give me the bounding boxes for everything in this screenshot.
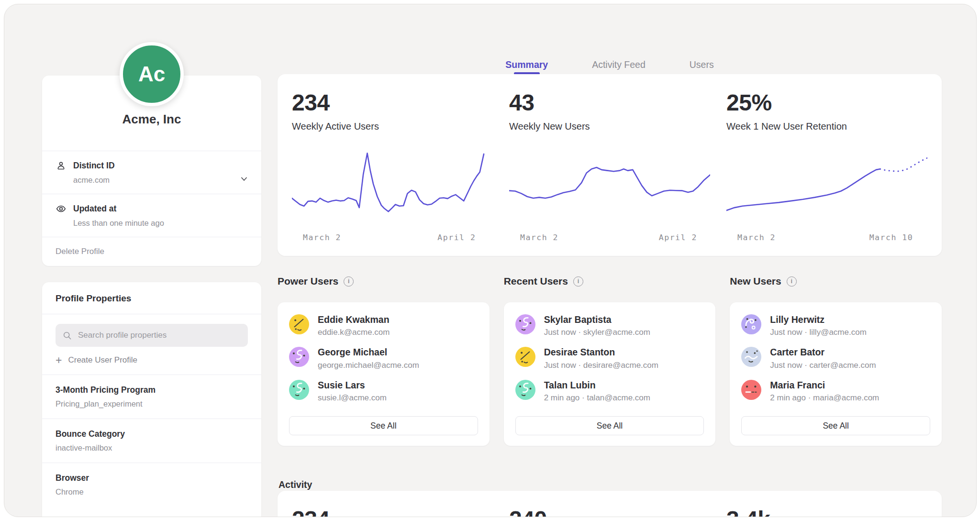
see-all-button[interactable]: See All xyxy=(515,416,704,435)
user-meta: Just now · carter@acme.com xyxy=(770,361,876,370)
stat-value: 234 xyxy=(292,91,493,114)
info-icon[interactable]: i xyxy=(787,276,797,287)
user-meta: Just now · desirare@acme.com xyxy=(544,361,658,370)
property-name: Bounce Category xyxy=(56,429,248,439)
activity-stat-value: 3.4k xyxy=(726,508,927,517)
stat-label: Week 1 New User Retention xyxy=(726,121,927,132)
create-user-profile-button[interactable]: + Create User Profile xyxy=(56,355,137,365)
sparkline-chart xyxy=(726,149,927,228)
activity-stat-value: 240 xyxy=(509,508,710,517)
activity-stat-column-0: 234 xyxy=(292,508,493,517)
see-all-button[interactable]: See All xyxy=(289,416,478,435)
eye-icon xyxy=(56,203,67,214)
user-avatar xyxy=(741,380,761,400)
x-axis-tick: March 10 xyxy=(869,233,913,242)
user-meta: Just now · lilly@acme.com xyxy=(770,328,866,337)
user-list-item[interactable]: Susie Larssusie.l@acme.com xyxy=(289,380,478,403)
user-name: Eddie Kwakman xyxy=(318,314,390,325)
x-axis: March 2April 2 xyxy=(292,233,493,244)
user-list-item[interactable]: Lilly HerwitzJust now · lilly@acme.com xyxy=(741,314,930,337)
stat-column-1: 43Weekly New UsersMarch 2April 2 xyxy=(509,91,710,256)
user-avatar xyxy=(289,314,309,334)
info-icon[interactable]: i xyxy=(573,276,583,287)
section-header-recent-users: Recent Usersi xyxy=(504,276,716,287)
section-title: Recent Users xyxy=(504,276,568,287)
tab-users[interactable]: Users xyxy=(688,48,716,76)
search-profile-properties[interactable] xyxy=(56,324,248,347)
x-axis: March 2April 2 xyxy=(509,233,710,244)
property-value: Pricing_plan_experiment xyxy=(56,399,248,409)
user-list-item[interactable]: Eddie Kwakmaneddie.k@acme.com xyxy=(289,314,478,337)
user-meta: 2 min ago · talan@acme.com xyxy=(544,393,650,403)
user-list-item[interactable]: Skylar BaptistaJust now · skyler@acme.co… xyxy=(515,314,704,337)
stat-value: 43 xyxy=(509,91,710,114)
property-row-0[interactable]: 3-Month Pricing ProgramPricing_plan_expe… xyxy=(42,375,261,419)
sparkline-chart xyxy=(509,149,710,228)
user-name: Carter Bator xyxy=(770,347,876,357)
profile-properties-card: Profile Properties + Create User Profile… xyxy=(42,282,261,517)
stat-label: Weekly Active Users xyxy=(292,121,493,132)
avatar: Ac xyxy=(120,42,184,106)
user-list-item[interactable]: Maria Franci2 min ago · maria@acme.com xyxy=(741,380,930,403)
avatar-initials: Ac xyxy=(138,62,165,86)
plus-icon: + xyxy=(56,356,62,364)
chevron-down-icon[interactable] xyxy=(238,173,250,185)
section-header-power-users: Power Usersi xyxy=(278,276,490,287)
user-avatar xyxy=(515,314,535,334)
user-avatar xyxy=(741,314,761,334)
property-value: Chrome xyxy=(56,487,248,497)
user-list-item[interactable]: George Michaelgeorge.michael@acme.com xyxy=(289,347,478,370)
activity-title: Activity xyxy=(278,479,312,490)
info-icon[interactable]: i xyxy=(344,276,354,287)
x-axis-tick: April 2 xyxy=(437,233,476,242)
x-axis-tick: March 2 xyxy=(303,233,341,242)
user-name: George Michael xyxy=(318,347,419,357)
summary-stats-card: 234Weekly Active UsersMarch 2April 243We… xyxy=(278,74,942,256)
user-avatar xyxy=(289,380,309,400)
user-name: Talan Lubin xyxy=(544,380,650,390)
tab-activity-feed[interactable]: Activity Feed xyxy=(590,48,647,76)
user-meta: susie.l@acme.com xyxy=(318,393,387,403)
user-list-card-0: Eddie Kwakmaneddie.k@acme.comGeorge Mich… xyxy=(278,302,490,446)
x-axis-tick: March 2 xyxy=(520,233,558,242)
x-axis-tick: April 2 xyxy=(659,233,697,242)
app-frame: Ac Acme, Inc Distinct IDacme.comUpdated … xyxy=(4,4,977,517)
user-section-cards: Eddie Kwakmaneddie.k@acme.comGeorge Mich… xyxy=(278,302,942,446)
user-meta: Just now · skyler@acme.com xyxy=(544,328,650,337)
field-value: acme.com xyxy=(73,176,248,185)
field-value: Less than one minute ago xyxy=(73,219,248,228)
property-row-1[interactable]: Bounce Categoryinactive-mailbox xyxy=(42,419,261,463)
activity-stat-column-2: 3.4k xyxy=(726,508,927,517)
activity-card: 2342403.4k xyxy=(278,491,942,517)
stat-column-0: 234Weekly Active UsersMarch 2April 2 xyxy=(292,91,493,256)
delete-profile-row: Delete Profile xyxy=(42,237,261,266)
user-list-item[interactable]: Desirae StantonJust now · desirare@acme.… xyxy=(515,347,704,370)
profile-properties-title: Profile Properties xyxy=(42,282,261,314)
see-all-button[interactable]: See All xyxy=(741,416,930,435)
user-name: Skylar Baptista xyxy=(544,314,650,325)
search-profile-properties-input[interactable] xyxy=(77,330,241,341)
property-value: inactive-mailbox xyxy=(56,443,248,453)
user-list-card-1: Skylar BaptistaJust now · skyler@acme.co… xyxy=(504,302,716,446)
field-label: Updated at xyxy=(73,204,116,214)
delete-profile-button[interactable]: Delete Profile xyxy=(56,247,104,256)
tab-summary[interactable]: Summary xyxy=(503,48,550,76)
person-icon xyxy=(56,160,67,171)
tab-bar: SummaryActivity FeedUsers xyxy=(278,48,942,76)
user-name: Desirae Stanton xyxy=(544,347,658,357)
user-name: Susie Lars xyxy=(318,380,387,390)
user-list-card-2: Lilly HerwitzJust now · lilly@acme.comCa… xyxy=(730,302,942,446)
user-name: Lilly Herwitz xyxy=(770,314,866,325)
sparkline-chart xyxy=(292,149,493,228)
user-list-item[interactable]: Carter BatorJust now · carter@acme.com xyxy=(741,347,930,370)
activity-stat-value: 234 xyxy=(292,508,493,517)
property-row-2[interactable]: BrowserChrome xyxy=(42,463,261,507)
profile-field-distinct-id: Distinct IDacme.com xyxy=(42,151,261,194)
user-meta: eddie.k@acme.com xyxy=(318,328,390,337)
x-axis: March 2March 10 xyxy=(726,233,927,244)
stat-value: 25% xyxy=(726,91,927,114)
user-meta: george.michael@acme.com xyxy=(318,361,419,370)
stat-column-2: 25%Week 1 New User RetentionMarch 2March… xyxy=(726,91,927,256)
field-label: Distinct ID xyxy=(73,161,115,171)
user-list-item[interactable]: Talan Lubin2 min ago · talan@acme.com xyxy=(515,380,704,403)
